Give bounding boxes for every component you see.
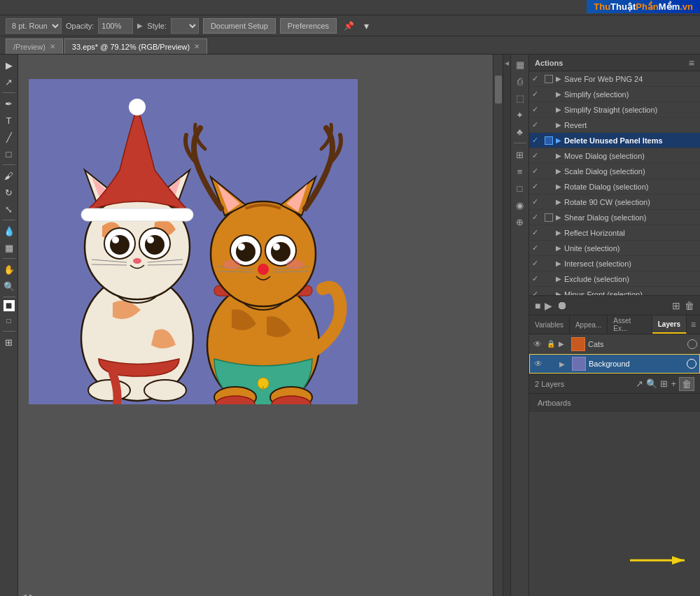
- paintbrush-tool[interactable]: 🖌: [1, 168, 17, 183]
- eyedropper-tool[interactable]: 💧: [1, 223, 17, 239]
- panel-icon-2[interactable]: ⎙: [513, 74, 527, 88]
- panel-icon-8[interactable]: □: [513, 181, 527, 195]
- panel-icon-5[interactable]: ♣: [513, 125, 527, 139]
- fill-color[interactable]: ■: [4, 300, 15, 311]
- layer-arrow-cats[interactable]: ▶: [559, 340, 568, 348]
- document-setup-button[interactable]: Document Setup: [203, 18, 276, 34]
- action-label-15: Minus Front (selection): [564, 290, 643, 296]
- action-item[interactable]: ✓ ▶ Save For Web PNG 24: [529, 71, 700, 87]
- pen-tool[interactable]: ✒: [1, 96, 17, 111]
- action-item[interactable]: ✓ ▶ Simplify Straight (selection): [529, 102, 700, 118]
- actions-footer: ■ ▶ ⏺ ⊞ 🗑: [529, 295, 700, 315]
- sq-3: [545, 106, 553, 114]
- action-item[interactable]: ✓ ▶ Minus Front (selection): [529, 287, 700, 295]
- panel-icon-1[interactable]: ▦: [513, 57, 527, 71]
- stop-btn[interactable]: ■: [535, 300, 540, 311]
- action-label-2: Simplify (selection): [564, 90, 629, 99]
- layer-eye-cats[interactable]: 👁: [532, 339, 543, 350]
- action-item[interactable]: ✓ ▶ Intersect (selection): [529, 256, 700, 271]
- action-item[interactable]: ✓ ▶ Simplify (selection): [529, 87, 700, 102]
- collect-icon[interactable]: ⊞: [660, 378, 668, 389]
- action-label-4: Revert: [564, 121, 587, 129]
- preferences-button[interactable]: Preferences: [280, 18, 337, 34]
- tab-preview[interactable]: /Preview) ✕: [6, 38, 63, 54]
- arrow-13: ▶: [556, 260, 561, 267]
- graph-tool[interactable]: ▦: [1, 240, 17, 255]
- collapse-strip[interactable]: ◀: [503, 55, 511, 596]
- action-item[interactable]: ✓ ▶ Rotate 90 CW (selection): [529, 194, 700, 210]
- check-6: ✓: [532, 151, 542, 160]
- nav-right-icon[interactable]: ▶: [29, 593, 35, 596]
- action-item[interactable]: ✓ ▶ Unite (selection): [529, 241, 700, 256]
- style-select[interactable]: [171, 18, 199, 34]
- layer-lock-background[interactable]: [547, 359, 556, 369]
- artboards-tab[interactable]: Artboards: [529, 394, 580, 412]
- panel-icon-9[interactable]: ◉: [513, 198, 527, 212]
- action-item[interactable]: ✓ ▶ Rotate Dialog (selection): [529, 179, 700, 194]
- cats-illustration: [29, 79, 358, 404]
- locate-icon[interactable]: 🔍: [646, 378, 657, 389]
- transform-tool[interactable]: ⤡: [1, 201, 17, 217]
- arrow-7: ▶: [556, 167, 561, 175]
- v-scrollbar[interactable]: [493, 55, 503, 596]
- layer-row-background[interactable]: 👁 ▶ Background: [529, 354, 700, 374]
- panel-icon-6[interactable]: ⊞: [513, 148, 527, 162]
- arrow-4: ▶: [556, 121, 561, 129]
- action-item[interactable]: ✓ ▶ Move Dialog (selection): [529, 148, 700, 164]
- actions-menu-btn[interactable]: ≡: [689, 57, 694, 69]
- hand-tool[interactable]: ✋: [1, 262, 17, 277]
- panel-icon-7[interactable]: ≡: [513, 164, 527, 178]
- tool-divider-5: [3, 297, 15, 297]
- action-item[interactable]: ✓ ▶ Scale Dialog (selection): [529, 164, 700, 179]
- action-item[interactable]: ✓ ▶ Exclude (selection): [529, 271, 700, 287]
- svg-point-15: [133, 258, 141, 264]
- actions-title: Actions: [535, 59, 563, 67]
- action-item-highlighted[interactable]: ✓ ▶ Delete Unused Panel Items: [529, 133, 700, 148]
- zoom-tool[interactable]: 🔍: [1, 278, 17, 294]
- make-layer-icon[interactable]: ↗: [636, 378, 643, 389]
- layer-lock-cats[interactable]: 🔒: [546, 339, 556, 349]
- tab-asset-export[interactable]: Asset Ex...: [608, 315, 652, 334]
- tab-main-close[interactable]: ✕: [194, 43, 200, 50]
- tab-preview-close[interactable]: ✕: [50, 43, 55, 50]
- delete-layer-icon[interactable]: 🗑: [679, 377, 694, 391]
- tab-variables[interactable]: Variables: [529, 315, 570, 334]
- move-tool[interactable]: ⊞: [1, 334, 17, 350]
- right-icon-strip: ▦ ⎙ ⬚ ✦ ♣ ⊞ ≡ □ ◉ ⊕: [511, 55, 529, 596]
- brush-size-select[interactable]: 8 pt. Round: [6, 18, 62, 34]
- svg-point-1: [88, 380, 130, 401]
- tab-layers[interactable]: Layers: [652, 315, 687, 334]
- new-action-btn[interactable]: ⊞: [672, 300, 680, 311]
- panel-icon-10[interactable]: ⊕: [513, 215, 527, 229]
- panel-icon-3[interactable]: ⬚: [513, 91, 527, 105]
- layer-eye-background[interactable]: 👁: [533, 358, 544, 369]
- panel-icon-4[interactable]: ✦: [513, 108, 527, 122]
- action-label-1: Save For Web PNG 24: [564, 75, 643, 83]
- rect-tool[interactable]: □: [1, 146, 17, 162]
- type-tool[interactable]: T: [1, 113, 17, 128]
- rotate-tool[interactable]: ↻: [1, 185, 17, 200]
- play-btn[interactable]: ▶: [545, 300, 552, 311]
- arrow-down-icon[interactable]: ▾: [361, 20, 372, 31]
- stroke-color[interactable]: □: [1, 313, 17, 328]
- action-item[interactable]: ✓ ▶ Revert: [529, 118, 700, 133]
- layer-arrow-background[interactable]: ▶: [559, 360, 569, 368]
- nav-left-icon[interactable]: ◀: [21, 593, 27, 596]
- pin-icon[interactable]: 📌: [341, 21, 357, 31]
- tab-main[interactable]: 33.eps* @ 79.12% (RGB/Preview) ✕: [64, 38, 207, 54]
- new-layer-icon[interactable]: +: [671, 378, 676, 389]
- record-btn[interactable]: ⏺: [556, 299, 568, 312]
- line-tool[interactable]: ╱: [1, 129, 17, 145]
- tab-appearance[interactable]: Appea...: [570, 315, 608, 334]
- action-item[interactable]: ✓ ▶ Shear Dialog (selection): [529, 210, 700, 225]
- collapse-arrow[interactable]: ◀: [505, 60, 509, 66]
- delete-action-btn[interactable]: 🗑: [685, 300, 694, 311]
- selection-tool[interactable]: ▶: [1, 57, 17, 73]
- layer-row-cats[interactable]: 👁 🔒 ▶ Cats: [529, 334, 700, 354]
- opacity-input[interactable]: [98, 18, 133, 34]
- layers-count: 2 Layers: [535, 380, 564, 388]
- action-item[interactable]: ✓ ▶ Reflect Horizontal: [529, 225, 700, 241]
- panel-tabs-menu[interactable]: ≡: [687, 315, 700, 334]
- direct-select-tool[interactable]: ↗: [1, 74, 17, 90]
- panel-tabs-bar: Variables Appea... Asset Ex... Layers ≡: [529, 315, 700, 334]
